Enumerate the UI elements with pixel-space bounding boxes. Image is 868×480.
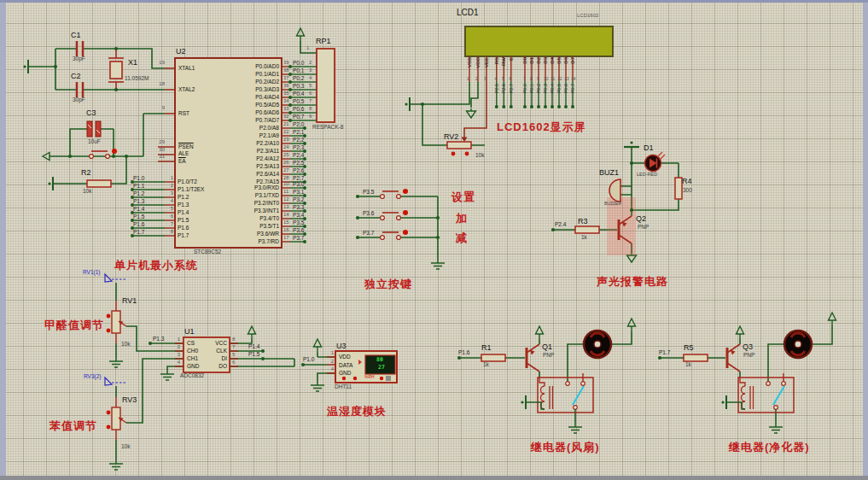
pin-number: 7 [232, 343, 235, 351]
lcd-pin: D1 8 P0.1 [528, 56, 535, 116]
c3-ref: C3 [86, 108, 96, 117]
lcd-part: LCD1602 [577, 13, 598, 18]
net-label: P3.4 [293, 211, 304, 219]
lcd-pin-number: 11 [551, 76, 555, 81]
lcd-pin: VEE 3 [482, 56, 491, 116]
x1-value: 11.0592M [125, 75, 149, 81]
pin-name: P3.3/INT1 [209, 207, 279, 214]
pin-number: 17 [283, 234, 289, 242]
pin-name: P3.5/T1 [209, 222, 279, 230]
net-label: P2.0 [293, 120, 304, 128]
net-label: P3.2 [293, 196, 304, 203]
pin-number: 2 [309, 59, 312, 67]
pin-name: P3.7/RD [209, 237, 279, 245]
key3-net: P3.7 [363, 230, 374, 236]
adc-clk-net: P1.4 [248, 343, 259, 349]
r3-value: 1k [581, 234, 587, 240]
c1-value: 30pF [73, 56, 85, 61]
pin-number: 22 [283, 128, 289, 136]
pin-number: 6 [232, 359, 235, 366]
net-label: P2.1 [293, 128, 304, 136]
key3-label: 减 [456, 231, 468, 246]
lcd-pin-net: P0.7 [570, 84, 575, 102]
pin-name: CH0 [187, 347, 199, 354]
pin-number: 21 [283, 120, 289, 128]
lcd-pin-number: 4 [495, 76, 498, 81]
net-label: P0.6 [293, 105, 304, 113]
pinnum-31: 31 [154, 154, 165, 159]
rv1-probe: RV1(1) [83, 269, 100, 275]
mcu-p3-nums: 1011121314151617 [283, 180, 289, 242]
mcu-p2-nums: 2122232425262728 [283, 120, 289, 182]
pinnum-19: 19 [154, 60, 165, 65]
net-label: P1.0 [133, 174, 144, 182]
mcu-ref: U2 [176, 47, 186, 56]
q1-type: PNP [543, 352, 554, 358]
dht-net: P1.0 [303, 356, 314, 362]
power-ground-symbols [23, 28, 836, 470]
net-label: P2.3 [293, 143, 304, 151]
dht-unit: %RH [364, 374, 375, 379]
rv2-value: 10k [475, 152, 484, 158]
mcu-p1-nums: 12345678 [163, 174, 173, 236]
pin-name: P1.7 [178, 231, 204, 239]
mcu-p3-names: P3.0/RXDP3.1/TXDP3.2/INT0P3.3/INT1P3.4/T… [209, 184, 279, 245]
lcd-pin: RS 4 P2.5 [493, 56, 501, 116]
pin-number: 1 [163, 174, 173, 182]
pin-name: P0.2/AD2 [209, 78, 279, 85]
c1-ref: C1 [71, 31, 81, 39]
pin-name: P2.1/A9 [209, 132, 279, 139]
r1-ref: R1 [481, 343, 492, 352]
mcu-p0-nums: 3938373635343332 [283, 59, 289, 120]
lcd-power-pins: VSS 1 VDD 2 VEE 3 [465, 56, 491, 116]
pin-name: DI [199, 354, 227, 362]
pin-number: 23 [283, 136, 289, 143]
crystal-circuit[interactable] [77, 41, 124, 187]
pin-name: VCC [199, 339, 227, 347]
pinnum-9: 9 [154, 105, 165, 110]
adc-left-names: CSCH0CH1GND [187, 339, 199, 370]
net-label: P3.0 [293, 180, 304, 188]
q3-type: PNP [743, 352, 754, 358]
q2-ref: Q2 [636, 214, 646, 223]
net-label: P1.1 [133, 182, 144, 190]
pin-rst: RST [178, 110, 189, 116]
lcd-pin-net: P2.5 [494, 84, 499, 102]
pin-name: P0.1/AD1 [209, 70, 279, 78]
lcd-data-pins: D0 7 P0.0 D1 8 P0.1 D2 9 P0.2 D3 10 P0.3… [521, 56, 576, 116]
r1-value: 1k [483, 361, 489, 367]
lcd-pin: VDD 2 [474, 56, 482, 116]
pin-number: 5 [163, 205, 173, 213]
formaldehyde-label: 甲醛值调节 [44, 318, 104, 333]
adc-cs-net: P1.3 [153, 336, 164, 342]
pin-number: 26 [283, 159, 289, 167]
lcd-pin-number: 13 [564, 76, 569, 81]
pin-number: 4 [309, 74, 312, 82]
pin-xtal2: XTAL2 [178, 86, 195, 92]
net-label: P3.5 [293, 219, 304, 226]
mcu-p1-nets: P1.0P1.1P1.2P1.3P1.4P1.5P1.6P1.7 [133, 174, 144, 236]
net-label: P0.5 [293, 97, 304, 105]
pin-name: P3.1/TXD [209, 191, 279, 199]
net-label: P2.6 [293, 167, 304, 174]
pin-name: CLK [199, 347, 227, 354]
purifier-net: P1.7 [659, 349, 670, 355]
rv2-ref: RV2 [444, 132, 458, 141]
net-label: P3.3 [293, 203, 304, 211]
schematic-canvas[interactable]: C1 30pF C2 30pF X1 11.0592M C3 10uF R2 1… [0, 0, 868, 480]
lcd-pin: D5 12 P0.5 [556, 56, 562, 116]
lcd-pin-net: P0.6 [563, 84, 568, 102]
respack[interactable] [317, 49, 335, 122]
mcu-p2-nets: P2.0P2.1P2.2P2.3P2.4P2.5P2.6P2.7 [293, 120, 304, 182]
pin-number: 4 [163, 197, 173, 205]
fan-title: 继电器(风扇) [531, 440, 600, 455]
lcd-screen-label: LCD1602显示屏 [497, 120, 586, 135]
x1-ref: X1 [128, 58, 137, 67]
pin-name: P0.6/AD6 [209, 108, 279, 116]
net-label: P1.6 [133, 220, 144, 228]
pin-name: P2.0/A8 [209, 124, 279, 132]
pin-name: P0.5/AD5 [209, 101, 279, 108]
alarm-circuit[interactable] [575, 152, 682, 255]
dht-pin-nums: 124 [326, 349, 334, 374]
lcd-pin-number: 6 [510, 76, 512, 81]
